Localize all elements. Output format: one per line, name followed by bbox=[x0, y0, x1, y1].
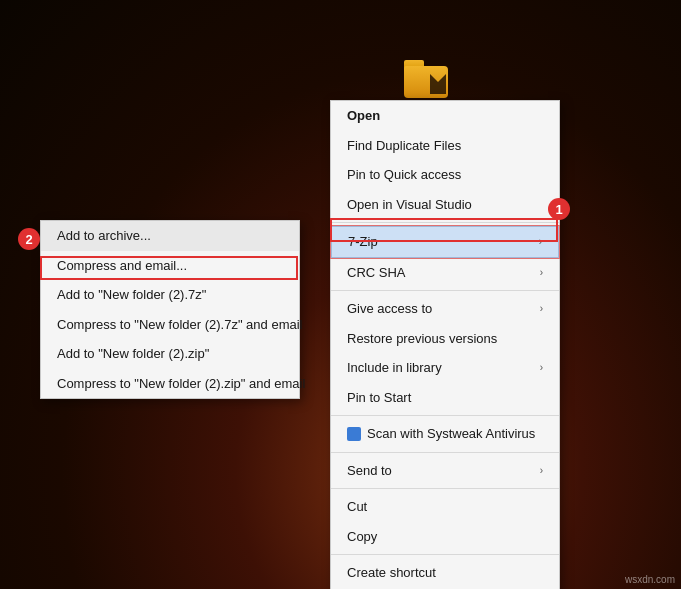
ctx-open[interactable]: Open bbox=[331, 101, 559, 131]
ctx-add-7z[interactable]: Add to "New folder (2).7z" bbox=[41, 280, 299, 310]
shield-icon bbox=[347, 427, 361, 441]
divider-4 bbox=[331, 452, 559, 453]
chevron-give-access: › bbox=[540, 301, 543, 316]
folder-image bbox=[404, 60, 448, 98]
ctx-create-shortcut[interactable]: Create shortcut bbox=[331, 558, 559, 588]
ctx-pin-start[interactable]: Pin to Start bbox=[331, 383, 559, 413]
ctx-add-zip[interactable]: Add to "New folder (2).zip" bbox=[41, 339, 299, 369]
ctx-include-library[interactable]: Include in library › bbox=[331, 353, 559, 383]
ctx-7zip[interactable]: 7-Zip › bbox=[331, 226, 559, 258]
context-menu-main: Open Find Duplicate Files Pin to Quick a… bbox=[330, 100, 560, 589]
divider-5 bbox=[331, 488, 559, 489]
ctx-scan-antivirus[interactable]: Scan with Systweak Antivirus bbox=[331, 419, 559, 449]
context-menu-7zip-sub: Add to archive... Compress and email... … bbox=[40, 220, 300, 399]
ctx-copy[interactable]: Copy bbox=[331, 522, 559, 552]
ctx-give-access[interactable]: Give access to › bbox=[331, 294, 559, 324]
chevron-library: › bbox=[540, 360, 543, 375]
ctx-restore[interactable]: Restore previous versions bbox=[331, 324, 559, 354]
ctx-pin-quick[interactable]: Pin to Quick access bbox=[331, 160, 559, 190]
ctx-open-vs[interactable]: Open in Visual Studio bbox=[331, 190, 559, 220]
ctx-add-archive[interactable]: Add to archive... bbox=[41, 221, 299, 251]
chevron-7zip: › bbox=[539, 234, 542, 249]
divider-6 bbox=[331, 554, 559, 555]
badge-1: 1 bbox=[548, 198, 570, 220]
divider-3 bbox=[331, 415, 559, 416]
ctx-send-to[interactable]: Send to › bbox=[331, 456, 559, 486]
folder-body bbox=[404, 66, 448, 98]
badge-2: 2 bbox=[18, 228, 40, 250]
watermark: wsxdn.com bbox=[625, 574, 675, 585]
ctx-compress-7z-email[interactable]: Compress to "New folder (2).7z" and emai… bbox=[41, 310, 299, 340]
ctx-crc-sha[interactable]: CRC SHA › bbox=[331, 258, 559, 288]
folder-arrow bbox=[430, 74, 446, 94]
chevron-crc: › bbox=[540, 265, 543, 280]
chevron-send-to: › bbox=[540, 463, 543, 478]
ctx-compress-email[interactable]: Compress and email... bbox=[41, 251, 299, 281]
divider-1 bbox=[331, 222, 559, 223]
ctx-cut[interactable]: Cut bbox=[331, 492, 559, 522]
divider-2 bbox=[331, 290, 559, 291]
ctx-compress-zip-email[interactable]: Compress to "New folder (2).zip" and ema… bbox=[41, 369, 299, 399]
ctx-find-duplicate[interactable]: Find Duplicate Files bbox=[331, 131, 559, 161]
